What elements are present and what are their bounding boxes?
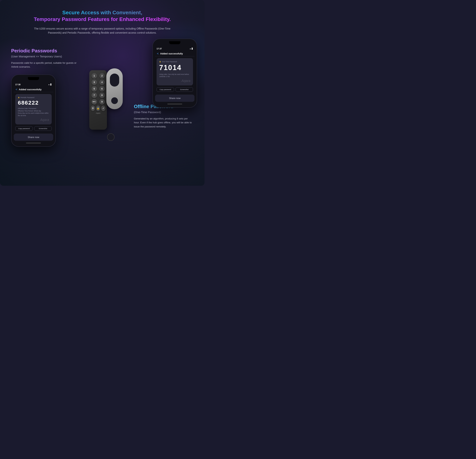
info-line3-left: Every day can be used multiple times wit…: [18, 112, 49, 117]
aqara-brand-left: Aqara: [18, 118, 49, 122]
status-time-right: 17:37: [157, 48, 162, 50]
hw-bottom-button: [107, 133, 115, 141]
status-time-left: 17:38: [15, 83, 20, 86]
info-line1-left: Effective Date: Permanent: [18, 107, 49, 110]
nav-bar-left: < Added successfully: [14, 87, 53, 92]
copy-password-btn-right[interactable]: Copy password: [157, 87, 174, 92]
card-label-left: Periodic Password: [18, 97, 49, 98]
phone-left: 17:38 ▲ ▊ < Added successfully Periodic …: [11, 74, 56, 147]
hw-key-nfc: NFC: [92, 99, 97, 105]
info-line1-right: Using rules: Can only be used once befor…: [159, 73, 190, 76]
hw-key-0: 0: [91, 106, 95, 111]
back-btn-left[interactable]: <: [16, 88, 17, 91]
page-wrapper: Secure Access with Convenient, Temporary…: [0, 0, 204, 186]
hw-lock-main: [106, 68, 123, 109]
screen-content-left: Periodic Password 686222 Effective Date:…: [14, 94, 53, 131]
hw-key-7: 7: [92, 92, 97, 98]
devices-visual: 1 2 3 4 5 6 7 8 NFC 9 0: [82, 44, 134, 156]
battery-icon-right: ▊: [192, 48, 193, 49]
screenshot-btn-right[interactable]: Screenshot: [176, 87, 193, 92]
hardware-wrapper: 1 2 3 4 5 6 7 8 NFC 9 0: [89, 59, 127, 141]
hw-aqara-label: Aqara: [91, 112, 105, 114]
screenshot-btn-left[interactable]: Screenshot: [34, 126, 52, 131]
hw-key-4: 4: [99, 80, 105, 85]
hw-key-1: 1: [92, 73, 97, 79]
password-number-left: 686222: [18, 99, 49, 106]
offline-desc: Generated by an algorithm, producing 8 s…: [134, 117, 193, 129]
header-section: Secure Access with Convenient, Temporary…: [11, 9, 193, 35]
hw-bottom-keys: 0 🔒 ✓: [91, 106, 105, 111]
hw-key-grid: 1 2 3 4 5 6 7 8 NFC 9: [91, 73, 105, 105]
info-line2-left: Effective Time Period: Whole day: [18, 110, 49, 112]
status-icons-left: ▲ ▊: [48, 84, 52, 85]
hw-key-check: ✓: [101, 106, 105, 111]
phone-notch-inner-left: [28, 77, 39, 80]
right-section: 17:37 ▲ ▊ < Added successfully One-Time …: [134, 44, 193, 129]
card-label-right: One-Time Password: [159, 61, 190, 63]
card-actions-right: Copy password Screenshot: [157, 87, 193, 92]
share-btn-right[interactable]: Share now: [155, 95, 195, 102]
wifi-icon-left: ▲: [48, 84, 50, 85]
main-title: Secure Access with Convenient, Temporary…: [11, 9, 193, 23]
hw-body: 1 2 3 4 5 6 7 8 NFC 9 0: [89, 59, 127, 141]
title-line2: Temporary Password Features for Enhanced…: [11, 16, 193, 23]
hw-keypad: 1 2 3 4 5 6 7 8 NFC 9 0: [89, 70, 107, 130]
battery-icon-left: ▊: [50, 84, 52, 85]
back-btn-right[interactable]: <: [157, 52, 159, 55]
phone-right: 17:37 ▲ ▊ < Added successfully One-Time …: [153, 39, 197, 108]
password-card-left: Periodic Password 686222 Effective Date:…: [15, 94, 52, 124]
aqara-brand-right: Aqara: [159, 79, 190, 83]
status-icons-right: ▲ ▊: [189, 48, 193, 49]
hw-key-5: 5: [92, 86, 97, 91]
hw-key-8: 8: [99, 92, 105, 98]
hw-key-3: 3: [92, 80, 97, 85]
periodic-desc: Passwords valid for a specific period, s…: [11, 61, 82, 69]
periodic-title: Periodic Passwords: [11, 48, 82, 54]
wifi-icon-right: ▲: [189, 48, 191, 49]
offline-subtitle: (One-Time Password): [134, 111, 193, 114]
nav-title-left: Added successfully: [19, 88, 42, 91]
password-info-left: Effective Date: Permanent Effective Time…: [18, 107, 49, 117]
status-bar-left: 17:38 ▲ ▊: [14, 83, 53, 86]
home-indicator-left: [26, 143, 41, 143]
periodic-subtitle: (User Management >> Temporary Users): [11, 55, 82, 58]
hw-key-lock: 🔒: [96, 106, 100, 111]
nav-title-right: Added successfully: [160, 52, 183, 55]
password-info-right: Using rules: Can only be used once befor…: [159, 73, 190, 78]
password-card-right: One-Time Password 71014 Using rules: Can…: [157, 58, 193, 86]
hw-key-2: 2: [99, 73, 105, 79]
card-actions-left: Copy password Screenshot: [15, 126, 52, 131]
nav-bar-right: < Added successfully: [155, 51, 195, 56]
hw-lock-oval: [110, 74, 119, 87]
phone-notch-inner-right: [169, 41, 180, 44]
info-line2-right: 14/05/08 17:50: [159, 75, 190, 78]
password-number-right: 71014: [159, 64, 190, 72]
left-section: Periodic Passwords (User Management >> T…: [11, 44, 82, 147]
header-subtitle: The U200 ensures secure access with a ra…: [28, 26, 177, 35]
title-line1: Secure Access with Convenient,: [11, 9, 193, 16]
hw-key-9-row: 9: [99, 99, 105, 105]
phone-notch-right: [167, 41, 182, 45]
screen-content-right: One-Time Password 71014 Using rules: Can…: [155, 58, 195, 92]
home-indicator-right: [167, 104, 182, 104]
copy-password-btn-left[interactable]: Copy password: [15, 126, 33, 131]
phone-notch-left: [26, 77, 41, 81]
share-btn-left[interactable]: Share now: [14, 134, 53, 141]
content-area: Periodic Passwords (User Management >> T…: [11, 44, 193, 174]
hw-key-6: 6: [99, 86, 105, 91]
hw-lock-button: [111, 97, 118, 104]
status-bar-right: 17:37 ▲ ▊: [155, 47, 195, 50]
